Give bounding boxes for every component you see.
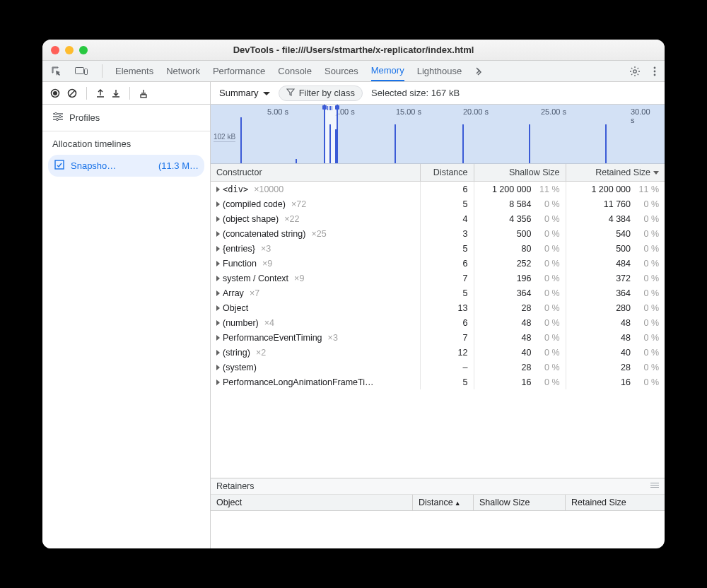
expand-icon[interactable] (216, 261, 220, 266)
import-icon[interactable] (111, 88, 121, 98)
expand-icon[interactable] (216, 350, 220, 355)
shallow-size-val: 16 (522, 377, 532, 387)
tab-console[interactable]: Console (278, 61, 312, 81)
expand-icon[interactable] (216, 246, 220, 252)
filter-by-class[interactable]: Filter by class (279, 86, 363, 101)
table-row[interactable]: Function×962520 %4840 % (211, 256, 665, 271)
expand-icon[interactable] (216, 320, 220, 326)
expand-icon[interactable] (216, 380, 220, 385)
constructor-name: <div> (223, 184, 248, 194)
more-tabs-icon[interactable] (472, 61, 484, 81)
tab-network[interactable]: Network (166, 61, 200, 81)
table-header-row: Constructor Distance Shallow Size Retain… (211, 164, 665, 182)
col-distance[interactable]: Distance (420, 164, 474, 182)
tab-lighthouse[interactable]: Lighthouse (417, 61, 462, 81)
col-constructor[interactable]: Constructor (211, 164, 420, 182)
retained-size-val: 372 (616, 274, 631, 283)
retained-size-pct: 0 % (633, 214, 659, 224)
table-row[interactable]: Object13280 %2800 % (211, 300, 665, 315)
retained-size-pct: 0 % (633, 259, 659, 269)
minimize-window-button[interactable] (65, 46, 74, 54)
svg-point-2 (633, 69, 636, 72)
retainers-col-distance[interactable]: Distance▲ (413, 495, 474, 510)
instance-count: ×10000 (254, 184, 284, 194)
zoom-window-button[interactable] (79, 46, 88, 54)
expand-icon[interactable] (216, 216, 220, 222)
retainers-pane: Retainers Object Distance▲ Shallow Size … (211, 478, 665, 548)
snapshot-item[interactable]: Snapsho… (11.3 M… (48, 155, 204, 177)
retainers-col-object[interactable]: Object (211, 495, 413, 510)
retainers-title: Retainers (216, 481, 255, 491)
filter-label: Filter by class (299, 88, 355, 98)
constructor-name: PerformanceEventTiming (223, 333, 322, 343)
filter-icon (286, 88, 295, 98)
tab-elements[interactable]: Elements (115, 61, 153, 81)
instance-count: ×4 (264, 318, 274, 328)
shallow-size-pct: 0 % (534, 244, 560, 254)
garbage-collect-icon[interactable] (139, 88, 148, 98)
expand-icon[interactable] (216, 290, 220, 296)
retained-size-val: 540 (616, 229, 631, 239)
retained-size-val: 40 (621, 348, 631, 358)
device-toolbar-icon[interactable] (74, 61, 89, 81)
export-icon[interactable] (95, 88, 105, 98)
expand-icon[interactable] (216, 201, 220, 207)
col-retained-size[interactable]: Retained Size (566, 164, 665, 182)
clear-icon[interactable] (66, 88, 78, 99)
expand-icon[interactable] (216, 276, 220, 281)
table-row[interactable]: (concatenated string)×2535000 %5400 % (211, 226, 665, 241)
col-shallow-size[interactable]: Shallow Size (474, 164, 566, 182)
tab-performance[interactable]: Performance (213, 61, 265, 81)
shallow-size-pct: 0 % (534, 274, 560, 283)
retainers-col-shallow[interactable]: Shallow Size (474, 495, 566, 510)
table-row[interactable]: {entries}×35800 %5000 % (211, 241, 665, 256)
retained-size-pct: 0 % (633, 303, 659, 313)
allocation-timelines-label: Allocation timelines (42, 131, 210, 153)
shallow-size-val: 196 (517, 274, 532, 283)
tab-sources[interactable]: Sources (325, 61, 358, 81)
retained-size-pct: 0 % (633, 229, 659, 239)
retained-size-val: 500 (616, 244, 631, 254)
allocation-timeline[interactable]: 5.00 s).00 s15.00 s20.00 s25.00 s30.00 s… (211, 105, 665, 164)
retainers-menu-icon[interactable] (650, 483, 659, 488)
constructor-name: (concatenated string) (223, 229, 305, 239)
constructor-name: {entries} (223, 244, 255, 254)
selected-size-status: Selected size: 167 kB (371, 88, 460, 98)
svg-point-4 (654, 70, 656, 72)
tab-memory[interactable]: Memory (371, 61, 404, 81)
settings-icon[interactable] (628, 61, 642, 81)
table-row[interactable]: Array×753640 %3640 % (211, 286, 665, 300)
table-row[interactable]: (object shape)×2244 3560 %4 3840 % (211, 211, 665, 226)
retained-size-val: 11 760 (604, 199, 631, 209)
shallow-size-pct: 11 % (534, 184, 560, 194)
divider (102, 64, 103, 78)
expand-icon[interactable] (216, 305, 220, 311)
table-row[interactable]: (compiled code)×7258 5840 %11 7600 % (211, 196, 665, 211)
table-row[interactable]: PerformanceEventTiming×37480 %480 % (211, 330, 665, 345)
timeline-tick: 30.00 s (631, 107, 653, 124)
table-row[interactable]: system / Context×971960 %3720 % (211, 271, 665, 286)
expand-icon[interactable] (216, 231, 220, 237)
close-window-button[interactable] (51, 46, 59, 54)
expand-icon[interactable] (216, 365, 220, 370)
summary-view-select[interactable]: Summary (219, 88, 270, 98)
timeline-tick: 15.00 s (396, 107, 421, 116)
retained-size-pct: 0 % (633, 244, 659, 254)
table-row[interactable]: <div>×1000061 200 00011 %1 200 00011 % (211, 182, 665, 197)
table-row[interactable]: (number)×46480 %480 % (211, 315, 665, 330)
expand-icon[interactable] (216, 187, 220, 192)
record-icon[interactable] (49, 88, 61, 99)
retainers-col-retained[interactable]: Retained Size (566, 495, 665, 510)
retained-size-val: 16 (621, 377, 631, 387)
kebab-menu-icon[interactable] (652, 61, 658, 81)
constructor-name: PerformanceLongAnimationFrameTi… (223, 377, 374, 387)
titlebar: DevTools - file:///Users/stmarthe/x-repl… (42, 40, 665, 61)
retained-size-pct: 0 % (633, 288, 659, 298)
svg-point-13 (56, 118, 58, 120)
table-row[interactable]: (system)–280 %280 % (211, 360, 665, 375)
table-row[interactable]: (string)×212400 %400 % (211, 345, 665, 360)
expand-icon[interactable] (216, 335, 220, 341)
snapshot-icon (54, 159, 65, 172)
table-row[interactable]: PerformanceLongAnimationFrameTi…5160 %16… (211, 375, 665, 389)
inspect-element-icon[interactable] (49, 61, 64, 81)
